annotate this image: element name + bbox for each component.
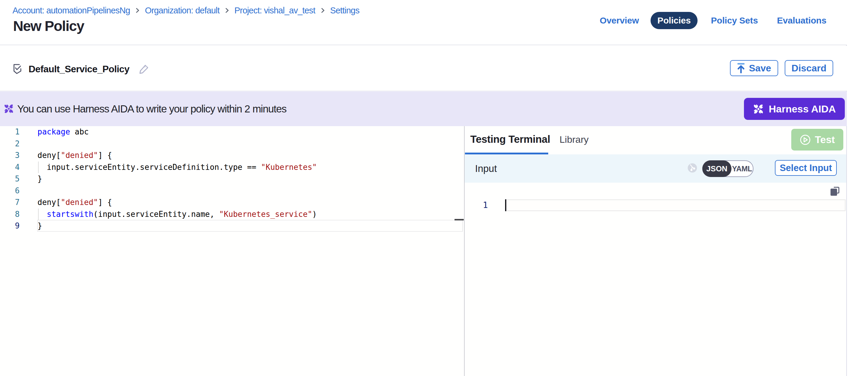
code-text: deny["denied"] { [37,150,112,161]
code-line[interactable]: 1package abc [0,126,464,138]
aida-flower-icon-white [753,103,764,115]
select-input-label: Select Input [780,163,832,174]
testing-terminal-panel: Testing Terminal Library Test Input [465,126,846,376]
save-button[interactable]: Save [730,60,778,76]
input-header-bar: Input JSON YAML Select Input [465,154,846,183]
format-toggle[interactable]: JSON YAML [702,160,753,177]
main-content: 1package abc23deny["denied"] {4 input.se… [0,126,847,376]
line-number: 8 [0,209,20,220]
upload-icon [737,63,745,73]
harness-aida-button[interactable]: Harness AIDA [744,98,845,120]
chevron-right-icon [319,7,326,14]
code-text: startswith(input.serviceEntity.name, "Ku… [37,209,317,220]
line-number: 7 [0,197,20,209]
line-number: 6 [0,185,20,197]
policy-toolbar: Default_Service_Policy Save Discard [0,46,847,91]
policy-editor-page: Account: automationPipelinesNg Organizat… [0,0,847,376]
discard-button-label: Discard [792,63,826,74]
code-line[interactable]: 4 input.serviceEntity.serviceDefinition.… [0,161,464,174]
chevron-right-icon [134,7,141,14]
code-line[interactable]: 5} [0,173,464,185]
indent-guide [38,161,39,174]
code-text: package abc [37,126,89,138]
code-line[interactable]: 2 [0,138,464,150]
discard-button[interactable]: Discard [785,60,833,76]
line-number: 5 [0,173,20,185]
chevron-right-icon [224,7,230,14]
breadcrumb-organization[interactable]: Organization: default [145,6,220,15]
aida-banner: You can use Harness AIDA to write your p… [0,91,847,126]
aida-banner-message: You can use Harness AIDA to write your p… [17,91,286,126]
format-option-json[interactable]: JSON [702,160,732,177]
format-option-yaml[interactable]: YAML [732,161,752,177]
input-current-line-highlight [506,199,846,211]
code-text: deny["denied"] { [37,197,112,209]
code-line[interactable]: 9} [0,220,464,232]
code-line[interactable]: 3deny["denied"] { [0,150,464,161]
breadcrumb-account[interactable]: Account: automationPipelinesNg [12,6,130,15]
tab-policy-sets[interactable]: Policy Sets [711,12,758,29]
select-input-button[interactable]: Select Input [775,160,837,176]
policy-name: Default_Service_Policy [29,64,129,75]
code-line[interactable]: 7deny["denied"] { [0,197,464,209]
tab-overview[interactable]: Overview [600,12,639,29]
play-circle-icon [800,134,811,146]
code-text: } [37,220,42,232]
indent-guide [38,209,39,220]
breadcrumb-settings[interactable]: Settings [330,6,359,15]
code-line[interactable]: 6 [0,185,464,197]
text-cursor [505,199,506,211]
test-button[interactable]: Test [791,129,843,151]
aida-button-label: Harness AIDA [769,103,836,115]
tab-policies[interactable]: Policies [651,12,698,29]
page-title: New Policy [13,18,84,34]
branch-icon[interactable] [688,163,697,174]
input-label: Input [475,154,497,183]
code-line[interactable]: 8 startswith(input.serviceEntity.name, "… [0,209,464,220]
breadcrumb: Account: automationPipelinesNg Organizat… [12,5,359,16]
tab-evaluations[interactable]: Evaluations [777,12,826,29]
policy-code-editor[interactable]: 1package abc23deny["denied"] {4 input.se… [0,126,464,376]
test-button-label: Test [815,134,835,146]
tab-testing-terminal[interactable]: Testing Terminal [470,133,550,145]
input-editor[interactable]: 1 [465,199,846,211]
aida-flower-icon [4,103,14,115]
save-button-label: Save [749,63,771,74]
line-number: 1 [0,126,20,138]
copy-icon[interactable] [830,186,840,196]
input-line-number: 1 [465,199,488,211]
line-number: 4 [0,161,20,174]
line-number: 9 [0,220,20,232]
edit-name-icon[interactable] [139,64,149,74]
breadcrumb-project[interactable]: Project: vishal_av_test [235,6,315,15]
line-number: 2 [0,138,20,150]
code-text: } [37,173,42,185]
tab-library[interactable]: Library [560,134,589,145]
page-header: Account: automationPipelinesNg Organizat… [0,0,847,45]
line-number: 3 [0,150,20,161]
policy-shield-icon [13,64,22,74]
code-text: input.serviceEntity.serviceDefinition.ty… [37,161,317,174]
